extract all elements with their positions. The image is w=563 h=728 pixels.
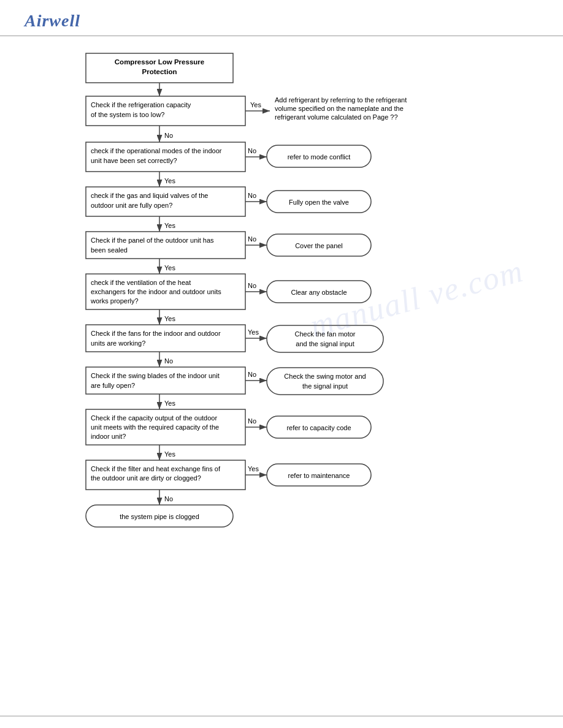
q1-text2: of the system is too low? — [91, 111, 164, 118]
q2-yes-label: Yes — [164, 177, 175, 184]
q8-text2: unit meets with the required capacity of… — [91, 423, 219, 431]
q1-yes-action1: Add refrigerant by referring to the refr… — [275, 96, 407, 104]
q7-yes-label: Yes — [164, 400, 175, 407]
q5-no-pill-text: Clear any obstacle — [291, 289, 347, 296]
q7-box — [86, 367, 245, 394]
q4-no-pill-text: Cover the panel — [295, 242, 343, 249]
q9-yes-label: Yes — [248, 465, 259, 472]
q3-no-pill-text: Fully open the valve — [289, 199, 349, 206]
q8-text3: indoor unit? — [91, 433, 126, 440]
q7-no-pill — [267, 368, 383, 395]
q7-no-label: No — [248, 371, 256, 378]
q1-text1: Check if the refrigeration capacity — [91, 101, 191, 108]
footer — [0, 716, 563, 717]
q1-no-label: No — [164, 132, 173, 139]
q3-no-label: No — [248, 192, 256, 199]
flowchart-svg: Compressor Low Pressure Protection Check… — [25, 47, 540, 684]
q6-yes-pill-text2: and the signal input — [296, 340, 354, 347]
q1-yes-label: Yes — [250, 101, 261, 108]
q7-no-pill-text2: the signal input — [302, 382, 348, 390]
q2-text1: check if the operational modes of the in… — [91, 147, 222, 154]
diagram-area: manuall ve.com Compressor Low Pressure P… — [0, 47, 563, 684]
q5-text2: exchangers for the indoor and outdoor un… — [91, 288, 221, 295]
q7-text2: are fully open? — [91, 382, 135, 389]
q3-text1: check if the gas and liquid valves of th… — [91, 192, 208, 199]
start-title-line1: Compressor Low Pressure — [115, 58, 204, 66]
q8-no-pill-text: refer to capacity code — [286, 424, 351, 431]
q4-no-label: No — [248, 235, 256, 243]
q8-text1: Check if the capacity output of the outd… — [91, 414, 217, 422]
start-title-line2: Protection — [142, 68, 177, 75]
q4-box — [86, 232, 245, 259]
q6-text1: Check if the fans for the indoor and out… — [91, 330, 221, 337]
q9-text1: Check if the filter and heat exchange fi… — [91, 465, 221, 472]
q2-text2: unit have been set correctly? — [91, 157, 177, 164]
q9-text2: the outdoor unit are dirty or clogged? — [91, 474, 201, 482]
header: Airwell — [0, 0, 563, 36]
q1-yes-action2: volume specified on the nameplate and th… — [275, 105, 404, 112]
q6-yes-pill — [267, 325, 383, 352]
q5-text3: works properly? — [90, 297, 139, 305]
page: Airwell manuall ve.com Compressor Low Pr… — [0, 0, 563, 728]
q4-text1: Check if the panel of the outdoor unit h… — [91, 237, 214, 244]
q6-no-label: No — [164, 357, 173, 365]
end-pill-text: the system pipe is clogged — [120, 513, 199, 520]
q7-text1: Check if the swing blades of the indoor … — [91, 372, 220, 379]
q7-no-pill-text1: Check the swing motor and — [284, 373, 366, 380]
q9-yes-pill-text: refer to maintenance — [288, 472, 350, 479]
q4-text2: been sealed — [91, 246, 128, 254]
q3-text2: outdoor unit are fully open? — [91, 202, 172, 209]
q2-no-pill-text: refer to mode conflict — [288, 153, 351, 161]
q8-no-label: No — [248, 417, 256, 425]
logo: Airwell — [25, 11, 80, 30]
q8-yes-label: Yes — [164, 450, 175, 458]
q5-text1: check if the ventilation of the heat — [91, 279, 191, 286]
q6-box — [86, 325, 245, 352]
q4-yes-label: Yes — [164, 264, 175, 271]
q5-yes-label: Yes — [164, 315, 175, 322]
q6-yes-label: Yes — [248, 328, 259, 336]
q6-text2: units are working? — [91, 339, 145, 347]
q6-yes-pill-text1: Check the fan motor — [294, 330, 355, 338]
q2-no-label: No — [248, 147, 256, 154]
q9-no-label: No — [164, 495, 173, 502]
q1-yes-action3: refrigerant volume calculated on Page ?? — [275, 113, 398, 121]
q3-yes-label: Yes — [164, 222, 175, 229]
q5-no-label: No — [248, 282, 256, 289]
